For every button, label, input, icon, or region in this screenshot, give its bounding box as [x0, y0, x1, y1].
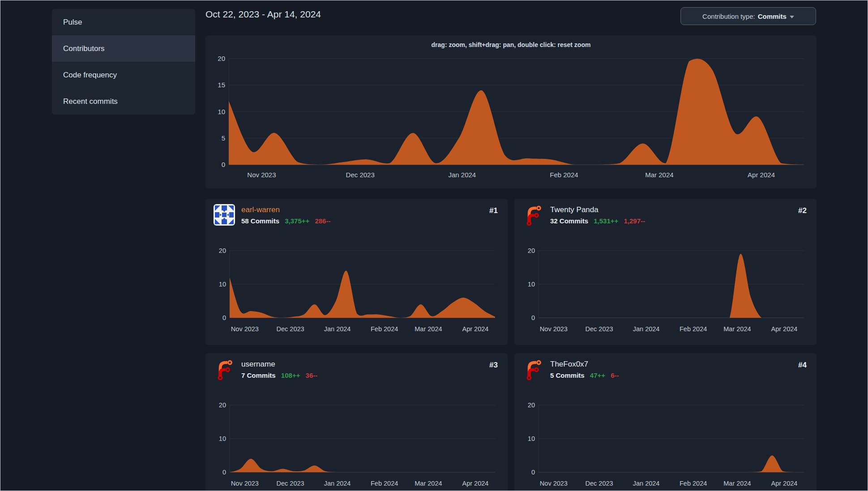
svg-text:20: 20 — [528, 247, 535, 254]
svg-text:Dec 2023: Dec 2023 — [277, 325, 304, 333]
svg-text:Nov 2023: Nov 2023 — [231, 325, 259, 333]
svg-text:Jan 2024: Jan 2024 — [324, 325, 351, 333]
main-activity-area-chart[interactable]: 05101520Nov 2023Dec 2023Jan 2024Feb 2024… — [205, 53, 817, 188]
avatar[interactable] — [214, 204, 235, 226]
contributor-name-link[interactable]: TheFox0x7 — [550, 360, 588, 369]
svg-text:Apr 2024: Apr 2024 — [771, 480, 798, 487]
additions-count: 108++ — [281, 371, 300, 379]
svg-text:0: 0 — [222, 469, 226, 476]
contributor-rank-badge: #1 — [489, 206, 498, 215]
contribution-type-dropdown[interactable]: Contribution type: Commits — [680, 7, 816, 25]
contributor-area-chart[interactable]: 01020Nov 2023Dec 2023Jan 2024Feb 2024Mar… — [514, 389, 817, 491]
svg-text:20: 20 — [219, 247, 226, 254]
svg-text:0: 0 — [531, 469, 535, 476]
svg-text:20: 20 — [219, 401, 226, 409]
contributor-name-link[interactable]: Twenty Panda — [550, 205, 599, 214]
deletions-count: 1,297-- — [624, 217, 645, 225]
contributor-stats: 58 Commits 3,375++ 286-- — [241, 217, 330, 225]
svg-text:Feb 2024: Feb 2024 — [680, 325, 707, 333]
svg-text:Nov 2023: Nov 2023 — [540, 325, 568, 333]
contributor-area-chart[interactable]: 01020Nov 2023Dec 2023Jan 2024Feb 2024Mar… — [205, 389, 508, 491]
contributor-card: TheFox0x7 5 Commits 47++ 6-- #4 01020Nov… — [514, 353, 817, 491]
contributors-page: Pulse Contributors Code frequency Recent… — [0, 0, 868, 491]
forgejo-logo-avatar[interactable] — [214, 359, 235, 380]
contributor-rank-badge: #3 — [489, 361, 498, 370]
svg-text:Jan 2024: Jan 2024 — [633, 325, 660, 333]
svg-text:Apr 2024: Apr 2024 — [748, 171, 775, 179]
contributor-stats: 7 Commits 108++ 36-- — [241, 371, 317, 379]
svg-text:10: 10 — [218, 108, 225, 115]
commit-count: 5 Commits — [550, 371, 585, 379]
svg-text:Feb 2024: Feb 2024 — [680, 480, 707, 487]
svg-text:Mar 2024: Mar 2024 — [415, 480, 442, 487]
commit-count: 58 Commits — [241, 217, 279, 225]
svg-text:Mar 2024: Mar 2024 — [645, 171, 673, 179]
sidebar-item-pulse[interactable]: Pulse — [52, 9, 195, 35]
svg-text:20: 20 — [528, 401, 535, 409]
svg-text:Dec 2023: Dec 2023 — [586, 325, 613, 333]
contributor-name-link[interactable]: earl-warren — [241, 205, 280, 214]
deletions-count: 36-- — [306, 371, 318, 379]
svg-text:10: 10 — [219, 435, 226, 442]
main-activity-chart-panel: drag: zoom, shift+drag: pan, double clic… — [205, 35, 817, 188]
commit-count: 7 Commits — [241, 371, 276, 379]
svg-text:Mar 2024: Mar 2024 — [723, 325, 751, 333]
contributor-stats: 5 Commits 47++ 6-- — [550, 371, 619, 379]
svg-text:Jan 2024: Jan 2024 — [448, 171, 476, 179]
additions-count: 47++ — [590, 371, 605, 379]
svg-text:Jan 2024: Jan 2024 — [324, 480, 351, 487]
svg-text:10: 10 — [528, 281, 535, 288]
deletions-count: 6-- — [611, 371, 619, 379]
contribution-type-label: Contribution type: — [702, 13, 755, 20]
svg-text:Nov 2023: Nov 2023 — [231, 480, 259, 487]
contributor-card: earl-warren 58 Commits 3,375++ 286-- #1 … — [205, 199, 508, 345]
svg-text:Dec 2023: Dec 2023 — [586, 480, 613, 487]
contributor-area-chart[interactable]: 01020Nov 2023Dec 2023Jan 2024Feb 2024Mar… — [205, 235, 508, 340]
chevron-down-icon — [790, 16, 794, 18]
svg-text:Feb 2024: Feb 2024 — [550, 171, 578, 179]
svg-text:5: 5 — [222, 134, 225, 142]
contributor-card: username 7 Commits 108++ 36-- #3 01020No… — [205, 353, 508, 491]
svg-text:Apr 2024: Apr 2024 — [462, 325, 489, 333]
forgejo-logo-avatar[interactable] — [522, 204, 544, 226]
svg-text:Dec 2023: Dec 2023 — [277, 480, 304, 487]
sidebar-item-code-frequency[interactable]: Code frequency — [52, 62, 195, 88]
sidebar-item-recent-commits[interactable]: Recent commits — [52, 88, 195, 115]
additions-count: 1,531++ — [594, 217, 618, 225]
chart-zoom-hint: drag: zoom, shift+drag: pan, double clic… — [205, 35, 817, 48]
svg-text:Jan 2024: Jan 2024 — [633, 480, 660, 487]
svg-text:Nov 2023: Nov 2023 — [540, 480, 568, 487]
contributor-area-chart[interactable]: 01020Nov 2023Dec 2023Jan 2024Feb 2024Mar… — [514, 235, 817, 340]
svg-text:15: 15 — [218, 81, 225, 89]
commit-count: 32 Commits — [550, 217, 588, 225]
svg-text:Mar 2024: Mar 2024 — [415, 325, 442, 333]
svg-text:Apr 2024: Apr 2024 — [771, 325, 798, 333]
svg-text:0: 0 — [531, 314, 535, 321]
contributor-name-link[interactable]: username — [241, 360, 275, 369]
svg-text:Dec 2023: Dec 2023 — [346, 171, 375, 179]
forgejo-logo-avatar[interactable] — [522, 359, 544, 380]
svg-text:Feb 2024: Feb 2024 — [371, 325, 398, 333]
svg-text:20: 20 — [218, 55, 225, 62]
svg-text:Nov 2023: Nov 2023 — [247, 171, 276, 179]
date-range-title: Oct 22, 2023 - Apr 14, 2024 — [205, 9, 321, 20]
contribution-type-value: Commits — [758, 13, 787, 20]
svg-text:10: 10 — [528, 435, 535, 442]
svg-text:10: 10 — [219, 281, 226, 288]
contributor-rank-badge: #2 — [798, 206, 807, 215]
svg-text:0: 0 — [222, 314, 226, 321]
svg-text:Apr 2024: Apr 2024 — [462, 480, 489, 487]
deletions-count: 286-- — [315, 217, 330, 225]
contributor-rank-badge: #4 — [798, 361, 807, 370]
repo-activity-sidebar: Pulse Contributors Code frequency Recent… — [52, 9, 195, 115]
contributor-stats: 32 Commits 1,531++ 1,297-- — [550, 217, 645, 225]
additions-count: 3,375++ — [285, 217, 309, 225]
contributor-card: Twenty Panda 32 Commits 1,531++ 1,297-- … — [514, 199, 817, 345]
svg-text:Feb 2024: Feb 2024 — [371, 480, 398, 487]
svg-text:Mar 2024: Mar 2024 — [723, 480, 751, 487]
svg-text:0: 0 — [222, 161, 225, 168]
sidebar-item-contributors[interactable]: Contributors — [52, 35, 195, 62]
